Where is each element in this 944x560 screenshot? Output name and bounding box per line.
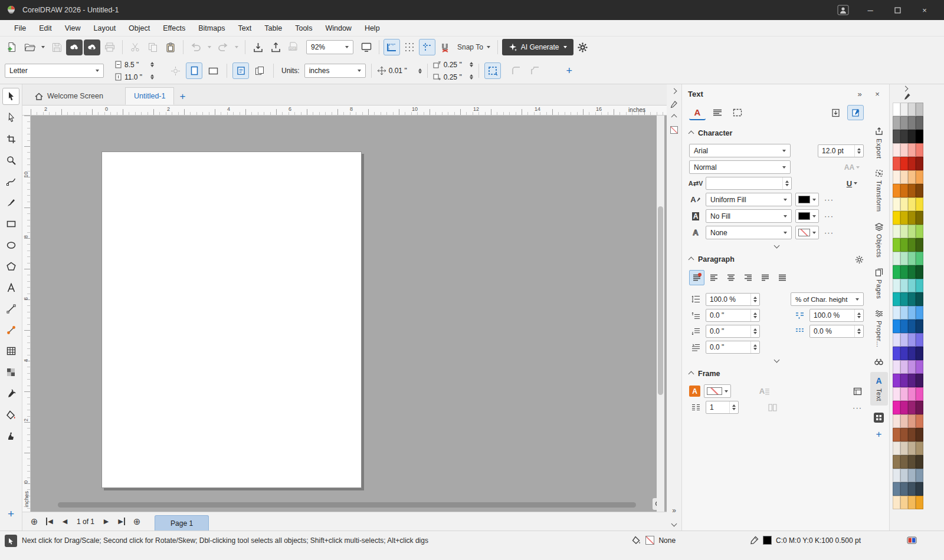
duplicate-y-field[interactable]: 0.25 " bbox=[444, 73, 467, 81]
snap-to-dropdown[interactable]: Snap To bbox=[454, 39, 493, 55]
add-page-button[interactable]: ⊕ bbox=[130, 515, 144, 529]
eyedropper-tool[interactable] bbox=[2, 385, 19, 402]
palette-swatch[interactable] bbox=[893, 360, 900, 374]
portrait-orientation-button[interactable] bbox=[186, 62, 202, 79]
vertical-scrollbar[interactable] bbox=[657, 116, 664, 512]
palette-swatch[interactable] bbox=[893, 143, 900, 157]
page-1-tab[interactable]: Page 1 bbox=[155, 515, 209, 531]
palette-swatch[interactable] bbox=[916, 197, 923, 211]
palette-swatch[interactable] bbox=[900, 292, 908, 306]
palette-swatch[interactable] bbox=[916, 130, 923, 143]
nudge-distance-field[interactable]: 0.01 " bbox=[389, 67, 416, 75]
page-width-field[interactable]: 8.5 " bbox=[124, 61, 148, 69]
palette-swatch[interactable] bbox=[900, 225, 908, 238]
character-fill-select[interactable]: Uniform Fill bbox=[706, 193, 792, 206]
word-spacing-field[interactable]: 100.0 % bbox=[809, 309, 864, 322]
palette-swatch[interactable] bbox=[893, 496, 900, 509]
palette-swatch[interactable] bbox=[900, 157, 908, 170]
edit-pencil-icon[interactable] bbox=[670, 100, 678, 108]
first-page-button[interactable]: ◀ bbox=[42, 515, 57, 529]
palette-swatch[interactable] bbox=[908, 265, 916, 279]
table-tool[interactable] bbox=[2, 342, 19, 360]
outline-status-group[interactable]: C:0 M:0 Y:0 K:100 0.500 pt bbox=[750, 535, 861, 545]
palette-swatch[interactable] bbox=[900, 469, 908, 482]
palette-swatch[interactable] bbox=[900, 130, 908, 143]
align-center-button[interactable] bbox=[723, 270, 739, 285]
snap-off-magnet-icon[interactable] bbox=[437, 39, 453, 55]
palette-swatch[interactable] bbox=[893, 184, 900, 197]
palette-eyedropper-icon[interactable] bbox=[903, 93, 911, 100]
palette-swatch[interactable] bbox=[893, 401, 900, 414]
align-baseline-grid-icon[interactable]: A bbox=[758, 386, 771, 397]
palette-swatch[interactable] bbox=[916, 103, 923, 116]
line-spacing-field[interactable]: 100.0 % bbox=[706, 293, 760, 306]
palette-swatch[interactable] bbox=[908, 116, 916, 130]
palette-swatch[interactable] bbox=[908, 333, 916, 347]
palette-swatch[interactable] bbox=[893, 306, 900, 319]
crop-tool[interactable] bbox=[2, 130, 19, 147]
palette-swatch[interactable] bbox=[893, 265, 900, 279]
align-right-button[interactable] bbox=[740, 270, 756, 285]
palette-swatch[interactable] bbox=[908, 157, 916, 170]
settings-gear-button[interactable] bbox=[575, 39, 591, 55]
palette-swatch[interactable] bbox=[916, 252, 923, 265]
outline-none-swatch[interactable] bbox=[670, 126, 678, 134]
connector-tool[interactable] bbox=[2, 321, 19, 338]
close-button[interactable]: × bbox=[911, 0, 938, 20]
palette-collapse-chevron[interactable] bbox=[903, 86, 909, 92]
palette-swatch[interactable] bbox=[893, 455, 900, 469]
palette-swatch[interactable] bbox=[900, 414, 908, 428]
menu-window[interactable]: Window bbox=[319, 22, 357, 35]
units-select[interactable]: inches bbox=[304, 64, 366, 78]
align-none-button[interactable] bbox=[689, 270, 704, 285]
palette-swatch[interactable] bbox=[900, 319, 908, 333]
freehand-curve-tool[interactable] bbox=[2, 173, 19, 190]
paragraph-settings-gear-icon[interactable] bbox=[855, 255, 864, 264]
palette-swatch[interactable] bbox=[916, 292, 923, 306]
landscape-orientation-button[interactable] bbox=[205, 62, 221, 79]
character-tab[interactable]: A bbox=[689, 105, 706, 120]
save-button[interactable] bbox=[48, 39, 65, 55]
menu-tools[interactable]: Tools bbox=[289, 22, 318, 35]
palette-swatch[interactable] bbox=[916, 265, 923, 279]
character-fill-color-well[interactable] bbox=[795, 193, 819, 206]
palette-swatch[interactable] bbox=[908, 387, 916, 401]
smart-fill-tool[interactable] bbox=[2, 427, 19, 444]
palette-swatch[interactable] bbox=[900, 184, 908, 197]
palette-swatch[interactable] bbox=[908, 238, 916, 252]
docker-collapse-button[interactable]: » bbox=[854, 90, 866, 98]
palette-swatch[interactable] bbox=[908, 306, 916, 319]
spacing-unit-select[interactable]: % of Char. height bbox=[791, 292, 864, 306]
fillet-corners-button[interactable] bbox=[508, 62, 525, 79]
palette-swatch[interactable] bbox=[908, 469, 916, 482]
palette-swatch[interactable] bbox=[900, 279, 908, 292]
color-proof-icon[interactable] bbox=[907, 535, 917, 545]
character-outline-color-well[interactable] bbox=[795, 226, 819, 239]
frame-options-icon[interactable] bbox=[851, 386, 864, 397]
docker-close-button[interactable]: × bbox=[871, 90, 883, 98]
character-background-color-well[interactable] bbox=[795, 209, 819, 223]
palette-swatch[interactable] bbox=[893, 130, 900, 143]
tab-untitled-1[interactable]: Untitled-1 bbox=[125, 87, 175, 105]
polygon-tool[interactable] bbox=[2, 258, 19, 275]
paragraph-expand-chevron[interactable] bbox=[773, 357, 779, 363]
autofit-page-button[interactable] bbox=[167, 62, 183, 79]
frame-tab[interactable] bbox=[729, 105, 746, 120]
menu-edit[interactable]: Edit bbox=[33, 22, 58, 35]
palette-swatch[interactable] bbox=[900, 170, 908, 184]
show-rulers-toggle[interactable] bbox=[384, 39, 400, 55]
duplicate-y-spinner[interactable] bbox=[470, 74, 473, 80]
palette-swatch[interactable] bbox=[916, 401, 923, 414]
underline-button[interactable]: U bbox=[840, 177, 864, 189]
ai-generate-button[interactable]: AI Generate bbox=[502, 39, 573, 55]
equal-column-width-icon[interactable] bbox=[766, 401, 779, 413]
palette-swatch[interactable] bbox=[893, 347, 900, 360]
palette-swatch[interactable] bbox=[916, 387, 923, 401]
palette-swatch[interactable] bbox=[916, 414, 923, 428]
rectangle-tool[interactable] bbox=[2, 215, 19, 232]
import-button[interactable] bbox=[250, 39, 266, 55]
all-pages-settings-button[interactable] bbox=[251, 62, 268, 79]
nudge-spinner[interactable] bbox=[418, 68, 422, 74]
duplicate-x-spinner[interactable] bbox=[470, 62, 473, 67]
docker-tab-find-replace[interactable] bbox=[870, 354, 888, 370]
